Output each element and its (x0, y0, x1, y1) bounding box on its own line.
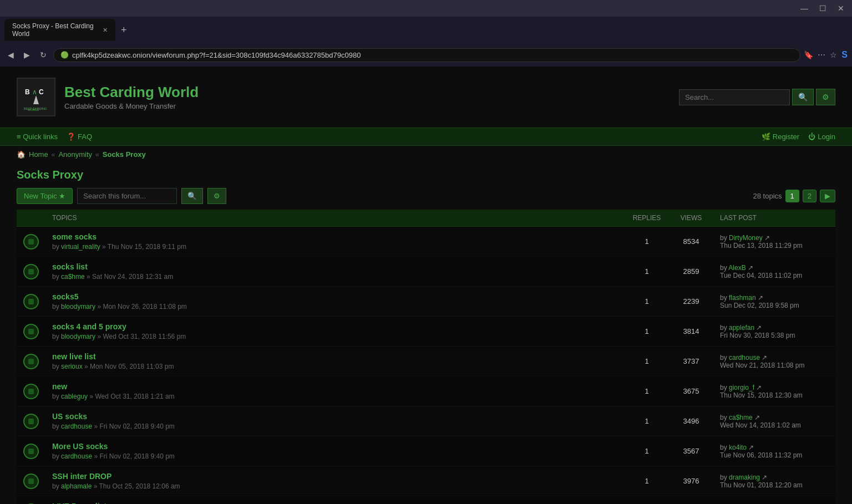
breadcrumb-home[interactable]: Home (29, 150, 48, 159)
topic-author-link[interactable]: serioux (61, 363, 83, 370)
last-post-author-link[interactable]: cardhouse (729, 354, 760, 362)
bookmark-icon[interactable]: 🔖 (804, 50, 813, 59)
last-post-author-link[interactable]: ca$hme (729, 414, 753, 421)
last-post-icon: ↗ (758, 294, 763, 302)
topics-table-header: TOPICS REPLIES VIEWS LAST POST (17, 210, 835, 227)
topic-icon-cell (17, 287, 45, 317)
topic-meta: by serioux » Mon Nov 05, 2018 11:03 pm (52, 363, 618, 370)
table-row: new by cableguy » Wed Oct 31, 2018 1:21 … (17, 376, 835, 406)
topic-icon-cell (17, 317, 45, 347)
page-1-button[interactable]: 1 (785, 190, 799, 202)
menu-icon[interactable]: ⋯ (818, 50, 825, 59)
topic-author-link[interactable]: cardhouse (61, 452, 92, 460)
topic-status-icon (23, 384, 39, 399)
tab-title: Socks Proxy - Best Carding World (12, 22, 98, 38)
forum-title: Socks Proxy (17, 169, 835, 181)
search-area: 🔍 ⚙ (679, 89, 835, 105)
topic-title-link[interactable]: More US socks (52, 442, 108, 451)
minimize-button[interactable]: — (797, 3, 812, 14)
quicklinks-menu[interactable]: ≡ Quick links (17, 133, 58, 141)
topic-author-link[interactable]: bloodymary (61, 303, 95, 310)
register-link[interactable]: 🌿 Register (762, 133, 799, 141)
last-post-author-link[interactable]: AlexB (728, 264, 746, 272)
last-post-author-link[interactable]: applefan (729, 324, 754, 332)
topic-replies: 1 (625, 317, 669, 347)
topic-views: 3496 (669, 406, 713, 436)
topic-replies: 1 (625, 436, 669, 466)
last-post-author-link[interactable]: dramaking (729, 474, 760, 481)
breadcrumb-anonymity[interactable]: Anonymity (58, 150, 92, 159)
topic-author-link[interactable]: virtual_reality (61, 243, 100, 251)
topic-author-link[interactable]: alphamale (61, 482, 92, 490)
active-tab[interactable]: Socks Proxy - Best Carding World ✕ (4, 19, 115, 41)
new-topic-button[interactable]: New Topic ★ (17, 188, 73, 204)
topic-title-cell: socks5 by bloodymary » Mon Nov 26, 2018 … (45, 287, 625, 317)
topic-author-link[interactable]: cardhouse (61, 422, 92, 430)
site-search-input[interactable] (679, 89, 790, 105)
forward-button[interactable]: ▶ (21, 48, 33, 62)
back-button[interactable]: ◀ (4, 48, 17, 62)
topic-last-post: by cardhouse ↗ Wed Nov 21, 2018 11:08 pm (713, 347, 835, 376)
page-2-button[interactable]: 2 (803, 190, 816, 202)
site-settings-button[interactable]: ⚙ (816, 89, 835, 105)
last-post-author-link[interactable]: DirtyMoney (729, 234, 763, 242)
topic-last-post: by dramaking ↗ Thu Nov 01, 2018 12:20 am (713, 466, 835, 496)
topic-meta: by ca$hme » Sat Nov 24, 2018 12:31 am (52, 273, 618, 281)
close-button[interactable]: ✕ (834, 3, 848, 14)
topic-title-link[interactable]: LIVE Proxy list (52, 502, 106, 504)
topic-title-link[interactable]: SSH inter DROP (52, 472, 111, 481)
site-search-button[interactable]: 🔍 (792, 89, 814, 105)
topic-author-link[interactable]: cableguy (61, 393, 88, 400)
profile-icon[interactable]: S (841, 50, 848, 60)
browser-chrome: — ☐ ✕ Socks Proxy - Best Carding World ✕… (0, 0, 852, 67)
last-post-author-link[interactable]: flashman (729, 294, 756, 302)
maximize-button[interactable]: ☐ (816, 3, 830, 14)
topic-meta: by bloodymary » Wed Oct 31, 2018 11:56 p… (52, 333, 618, 340)
breadcrumb-current: Socks Proxy (103, 150, 146, 159)
topic-title-link[interactable]: new live list (52, 352, 96, 361)
faq-link[interactable]: ❓ FAQ (67, 133, 92, 141)
forum-settings-button[interactable]: ⚙ (207, 188, 226, 204)
refresh-button[interactable]: ↻ (37, 48, 50, 62)
topic-title-cell: More US socks by cardhouse » Fri Nov 02,… (45, 436, 625, 466)
last-post-icon: ↗ (756, 324, 762, 332)
page-content: B ∧ C BEST CARDING WORLD Best Carding Wo… (0, 67, 852, 504)
forum-search-button[interactable]: 🔍 (181, 188, 203, 204)
topics-table: TOPICS REPLIES VIEWS LAST POST some sock… (17, 210, 835, 504)
topic-title-link[interactable]: socks5 (52, 292, 78, 301)
browser-titlebar: — ☐ ✕ (0, 0, 852, 17)
last-post-author-link[interactable]: giorgio_f (729, 384, 754, 391)
topic-title-link[interactable]: socks list (52, 262, 88, 271)
topic-icon-cell (17, 466, 45, 496)
topic-meta: by cableguy » Wed Oct 31, 2018 1:21 am (52, 393, 618, 400)
topic-views: 3737 (669, 347, 713, 376)
logo-area: B ∧ C BEST CARDING WORLD Best Carding Wo… (17, 78, 199, 116)
topic-author-link[interactable]: bloodymary (61, 333, 95, 340)
topic-replies: 1 (625, 466, 669, 496)
forum-section: Socks Proxy New Topic ★ 🔍 ⚙ 28 topics 1 … (0, 163, 852, 504)
topic-author-link[interactable]: ca$hme (61, 273, 85, 281)
svg-text:B: B (25, 88, 30, 96)
topic-title-link[interactable]: socks 4 and 5 proxy (52, 322, 126, 331)
topic-views: 2859 (669, 257, 713, 287)
topic-views: 8534 (669, 227, 713, 257)
tab-close-button[interactable]: ✕ (103, 27, 108, 34)
topic-replies: 1 (625, 496, 669, 505)
topic-title-cell: US socks by cardhouse » Fri Nov 02, 2018… (45, 406, 625, 436)
login-link[interactable]: ⏻ Login (808, 133, 835, 141)
forum-pagination-top: 28 topics 1 2 ▶ (753, 190, 835, 202)
last-post-author-link[interactable]: ko4ito (729, 444, 747, 451)
topic-title-link[interactable]: US socks (52, 412, 87, 421)
topic-last-post: by lonewolf ↗ Mon Oct 22, 2018 8:44 pm (713, 496, 835, 505)
new-tab-button[interactable]: + (118, 23, 130, 37)
faq-label: FAQ (78, 133, 92, 141)
forum-toolbar: New Topic ★ 🔍 ⚙ 28 topics 1 2 ▶ (17, 188, 835, 204)
forum-search-input[interactable] (77, 188, 177, 204)
topic-title-link[interactable]: some socks (52, 232, 97, 241)
last-post-icon: ↗ (756, 384, 762, 391)
star-icon[interactable]: ☆ (830, 50, 837, 59)
topic-title-link[interactable]: new (52, 382, 67, 391)
topic-last-post: by ko4ito ↗ Tue Nov 06, 2018 11:32 pm (713, 436, 835, 466)
address-bar[interactable] (72, 51, 793, 59)
next-page-button[interactable]: ▶ (820, 190, 835, 202)
